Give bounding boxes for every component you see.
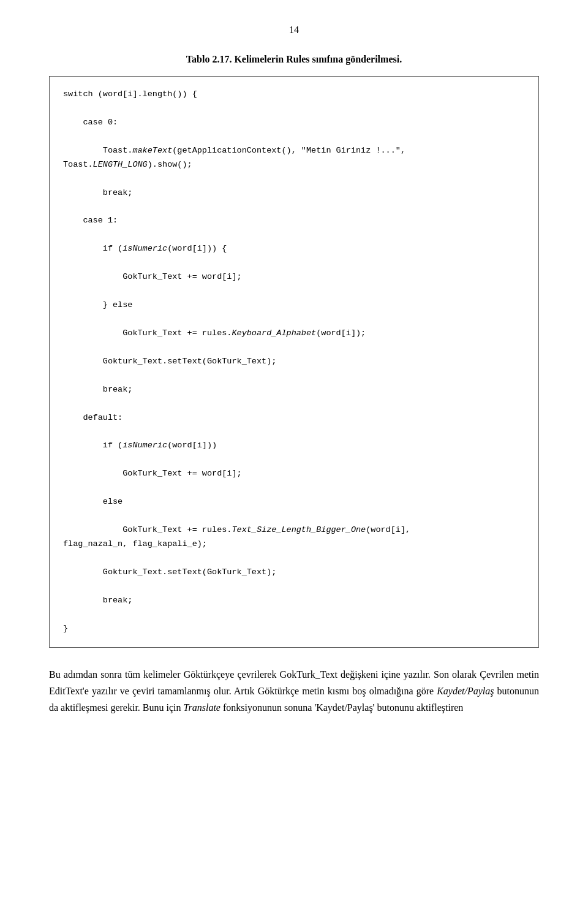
page-number: 14	[49, 25, 539, 36]
italic-kaydet-paylas: Kaydet/Paylaş	[437, 686, 494, 696]
code-block: switch (word[i].length()) { case 0: Toas…	[49, 76, 539, 648]
table-caption: Tablo 2.17. Kelimelerin Rules sınıfına g…	[49, 54, 539, 65]
italic-translate: Translate	[184, 702, 221, 713]
paragraph-1: Bu adımdan sonra tüm kelimeler Göktürkçe…	[49, 666, 539, 716]
